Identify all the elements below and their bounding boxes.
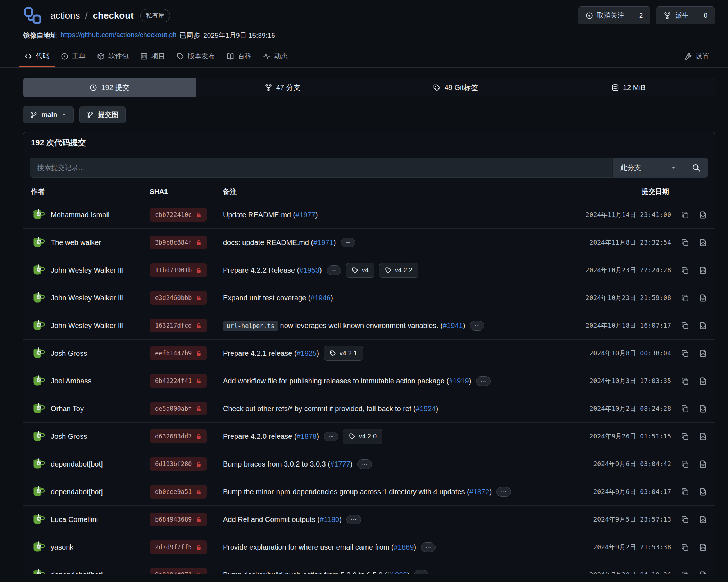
copy-sha-button[interactable] bbox=[681, 488, 689, 496]
copy-sha-button[interactable] bbox=[681, 515, 689, 524]
commit-sha-link[interactable]: 11bd71901b bbox=[150, 263, 207, 277]
avatar[interactable] bbox=[31, 346, 45, 360]
commit-sha-link[interactable]: d632683dd7 bbox=[150, 429, 207, 443]
author-name[interactable]: John Wesley Walker III bbox=[51, 322, 124, 330]
commit-sha-link[interactable]: 2d7d9f7ff5 bbox=[150, 540, 207, 554]
browse-source-button[interactable] bbox=[699, 238, 707, 247]
pr-link[interactable]: #1924 bbox=[416, 405, 436, 413]
author-name[interactable]: Luca Comellini bbox=[51, 515, 98, 524]
browse-source-button[interactable] bbox=[699, 211, 707, 219]
expand-message-button[interactable] bbox=[414, 570, 429, 574]
pr-link[interactable]: #1832 bbox=[387, 571, 407, 574]
commit-sha-link[interactable]: 3b9b8c884f bbox=[150, 236, 207, 249]
repo-name-link[interactable]: checkout bbox=[93, 10, 134, 21]
avatar[interactable] bbox=[31, 374, 45, 388]
commit-sha-link[interactable]: 163217dfcd bbox=[150, 319, 207, 332]
expand-message-button[interactable] bbox=[357, 459, 372, 469]
pr-link[interactable]: #1872 bbox=[469, 488, 490, 496]
commit-sha-link[interactable]: db0cee9a51 bbox=[150, 485, 207, 499]
tab-board[interactable]: 项目 bbox=[135, 47, 171, 67]
pr-link[interactable]: #1869 bbox=[394, 543, 414, 551]
avatar[interactable] bbox=[31, 457, 45, 471]
fork-button[interactable]: 派生 0 bbox=[656, 6, 715, 24]
pr-link[interactable]: #1971 bbox=[313, 238, 333, 246]
expand-message-button[interactable] bbox=[346, 515, 361, 524]
commit-sha-link[interactable]: eef61447b9 bbox=[150, 346, 207, 360]
avatar[interactable] bbox=[31, 512, 45, 527]
avatar[interactable] bbox=[31, 208, 45, 222]
browse-source-button[interactable] bbox=[699, 405, 707, 413]
author-name[interactable]: dependabot[bot] bbox=[51, 571, 103, 574]
browse-source-button[interactable] bbox=[699, 322, 707, 330]
copy-sha-button[interactable] bbox=[681, 322, 689, 330]
author-name[interactable]: John Wesley Walker III bbox=[51, 266, 124, 274]
pr-link[interactable]: #1777 bbox=[330, 460, 350, 468]
author-name[interactable]: Joel Ambass bbox=[51, 377, 91, 385]
expand-message-button[interactable] bbox=[324, 432, 338, 441]
tab-cube[interactable]: 软件包 bbox=[91, 47, 135, 67]
avatar[interactable] bbox=[31, 318, 45, 333]
copy-sha-button[interactable] bbox=[681, 377, 689, 385]
copy-sha-button[interactable] bbox=[681, 460, 689, 468]
mirror-url-link[interactable]: https://github.com/actions/checkout.git bbox=[60, 31, 176, 40]
commit-sha-link[interactable]: de5a000abf bbox=[150, 402, 207, 415]
expand-message-button[interactable] bbox=[327, 265, 341, 275]
avatar[interactable] bbox=[31, 291, 45, 305]
browse-source-button[interactable] bbox=[699, 571, 707, 574]
browse-source-button[interactable] bbox=[699, 432, 707, 441]
tag-button[interactable]: v4.2.1 bbox=[324, 346, 363, 361]
author-name[interactable]: John Wesley Walker III bbox=[51, 294, 124, 302]
copy-sha-button[interactable] bbox=[681, 405, 689, 413]
stat-db[interactable]: 12 MiB bbox=[542, 78, 715, 97]
tab-code[interactable]: 代码 bbox=[19, 47, 55, 67]
branch-filter-dropdown[interactable]: 此分支 bbox=[612, 158, 684, 177]
tag-button[interactable]: v4 bbox=[346, 263, 374, 278]
tab-issue[interactable]: 工单 bbox=[55, 47, 91, 67]
pr-link[interactable]: #1953 bbox=[299, 266, 319, 274]
avatar[interactable] bbox=[31, 235, 45, 250]
browse-source-button[interactable] bbox=[699, 460, 707, 468]
commit-sha-link[interactable]: b684943689 bbox=[150, 513, 207, 526]
commit-sha-link[interactable]: e3d2460bbb bbox=[150, 291, 207, 305]
branch-selector[interactable]: main bbox=[23, 106, 74, 123]
pr-link[interactable]: #1925 bbox=[297, 349, 317, 357]
browse-source-button[interactable] bbox=[699, 349, 707, 358]
stat-fork[interactable]: 47 分支 bbox=[196, 78, 369, 97]
search-button[interactable] bbox=[684, 158, 708, 177]
author-name[interactable]: Josh Gross bbox=[51, 349, 87, 358]
commit-sha-link[interactable]: 6b42224f41 bbox=[150, 374, 207, 388]
copy-sha-button[interactable] bbox=[681, 294, 689, 302]
commit-sha-link[interactable]: cbb722410c bbox=[150, 208, 207, 222]
author-name[interactable]: Mohammad Ismail bbox=[51, 211, 109, 219]
avatar[interactable] bbox=[31, 401, 45, 416]
avatar[interactable] bbox=[31, 429, 45, 444]
pr-link[interactable]: #1946 bbox=[310, 294, 331, 302]
pr-link[interactable]: #1941 bbox=[443, 322, 463, 329]
copy-sha-button[interactable] bbox=[681, 432, 689, 441]
pr-link[interactable]: #1919 bbox=[449, 377, 469, 385]
expand-message-button[interactable] bbox=[470, 321, 484, 331]
watch-count[interactable]: 2 bbox=[632, 7, 650, 24]
copy-sha-button[interactable] bbox=[681, 543, 689, 551]
author-name[interactable]: The web walker bbox=[51, 238, 101, 247]
fork-count[interactable]: 0 bbox=[696, 7, 715, 24]
copy-sha-button[interactable] bbox=[681, 266, 689, 274]
pr-link[interactable]: #1180 bbox=[320, 515, 339, 523]
avatar[interactable] bbox=[31, 540, 45, 554]
expand-message-button[interactable] bbox=[496, 487, 511, 497]
pr-link[interactable]: #1977 bbox=[295, 211, 315, 219]
expand-message-button[interactable] bbox=[421, 542, 436, 552]
unwatch-button[interactable]: 取消关注 2 bbox=[578, 6, 651, 24]
tab-pulse[interactable]: 动态 bbox=[257, 47, 294, 67]
stat-tag[interactable]: 49 Git标签 bbox=[369, 78, 542, 97]
commit-sha-link[interactable]: 9a9194f871 bbox=[150, 568, 207, 574]
browse-source-button[interactable] bbox=[699, 543, 707, 551]
avatar[interactable] bbox=[31, 263, 45, 277]
repo-owner-link[interactable]: actions bbox=[50, 10, 80, 21]
tab-tag[interactable]: 版本发布 bbox=[171, 47, 221, 67]
browse-source-button[interactable] bbox=[699, 377, 707, 385]
copy-sha-button[interactable] bbox=[681, 349, 689, 358]
author-name[interactable]: Josh Gross bbox=[51, 432, 87, 441]
pr-link[interactable]: #1878 bbox=[297, 432, 317, 440]
commit-sha-link[interactable]: 6d193bf280 bbox=[150, 457, 207, 471]
